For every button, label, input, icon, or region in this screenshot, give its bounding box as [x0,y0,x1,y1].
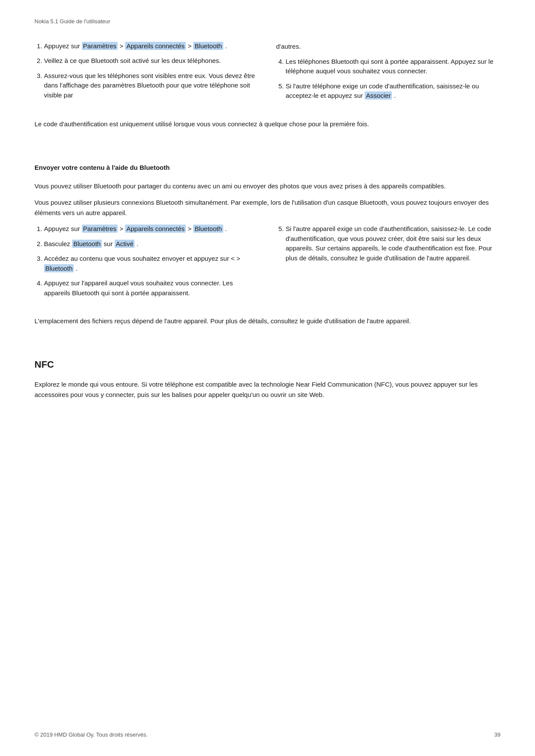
list-item: Appuyez sur l'appareil auquel vous souha… [44,278,259,298]
section2-para1: Vous pouvez utiliser Bluetooth pour part… [34,181,501,191]
highlight-appareils: Appareils connectés [125,42,186,50]
highlight-active: Activé [115,240,135,248]
footer-page-number: 39 [494,731,501,739]
highlight-associer: Associer [365,91,392,100]
highlight-bluetooth-3: Bluetooth [72,240,102,248]
section2-divider: Envoyer votre contenu à l'aide du Blueto… [34,163,501,173]
list-item: Si l'autre appareil exige un code d'auth… [286,224,501,263]
section2-col-left: Appuyez sur Paramètres > Appareils conne… [34,224,259,303]
section2-list-left: Appuyez sur Paramètres > Appareils conne… [34,224,259,298]
page-footer: © 2019 HMD Global Oy. Tous droits réserv… [34,731,501,739]
footer-copyright: © 2019 HMD Global Oy. Tous droits réserv… [34,731,148,739]
section1-col-right: d'autres. Les téléphones Bluetooth qui s… [276,41,501,106]
highlight-appareils-2: Appareils connectés [125,225,186,233]
section2-col-right: Si l'autre appareil exige un code d'auth… [276,224,501,303]
list-item: Assurez-vous que les téléphones sont vis… [44,71,259,100]
nfc-section: NFC Explorez le monde qui vous entoure. … [34,357,501,400]
highlight-parametres-2: Paramètres [82,225,118,233]
section1-list-left: Appuyez sur Paramètres > Appareils conne… [34,41,259,100]
highlight-bluetooth-1: Bluetooth [193,42,223,50]
list-item: Si l'autre téléphone exige un code d'aut… [286,81,501,101]
page: Nokia 5.1 Guide de l'utilisateur Appuyez… [0,0,535,756]
highlight-parametres: Paramètres [82,42,118,50]
list-item: Basculez Bluetooth sur Activé . [44,239,259,249]
section2-list-right: Si l'autre appareil exige un code d'auth… [276,224,501,263]
list-item: Les téléphones Bluetooth qui sont à port… [286,57,501,76]
section2-heading: Envoyer votre contenu à l'aide du Blueto… [34,163,501,173]
section1-list-right: Les téléphones Bluetooth qui sont à port… [276,57,501,101]
list-item: Appuyez sur Paramètres > Appareils conne… [44,41,259,51]
section2-footer-para: L'emplacement des fichiers reçus dépend … [34,316,501,326]
header-title: Nokia 5.1 Guide de l'utilisateur [34,18,110,25]
nfc-paragraph: Explorez le monde qui vous entoure. Si v… [34,379,501,400]
list-item: Appuyez sur Paramètres > Appareils conne… [44,224,259,234]
section2-two-col: Appuyez sur Paramètres > Appareils conne… [34,224,501,303]
section2-para2: Vous pouvez utiliser plusieurs connexion… [34,197,501,218]
highlight-bluetooth-4: Bluetooth [44,264,74,272]
section1-two-col: Appuyez sur Paramètres > Appareils conne… [34,41,501,106]
section1-col-left: Appuyez sur Paramètres > Appareils conne… [34,41,259,106]
nfc-heading: NFC [34,357,501,372]
list-item: Accédez au contenu que vous souhaitez en… [44,254,259,273]
list-item: Veillez à ce que Bluetooth soit activé s… [44,56,259,66]
highlight-bluetooth-2: Bluetooth [193,225,223,233]
page-header: Nokia 5.1 Guide de l'utilisateur [34,17,501,26]
auth-paragraph: Le code d'authentification est uniquemen… [34,119,501,129]
section1-right-intro: d'autres. [276,41,501,52]
